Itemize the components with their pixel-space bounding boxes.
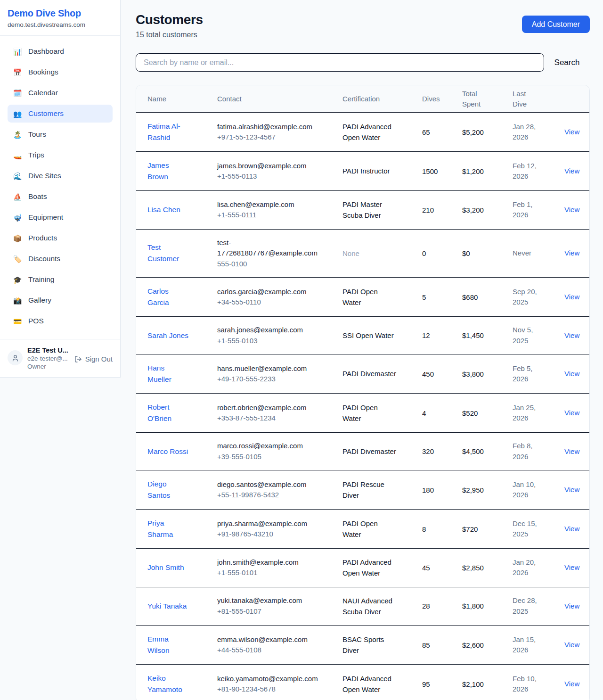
person-icon [11,354,19,362]
customer-certification-cell: BSAC Sports Diver [342,634,422,656]
customer-name-link[interactable]: Lisa Chen [147,204,180,215]
view-customer-link[interactable]: View [564,370,579,378]
customer-certification-cell: PADI Divemaster [342,368,422,379]
bar-chart-icon: 📊 [13,48,22,55]
search-bar: Search [136,53,590,72]
sidebar-nav-item[interactable]: 🌊 Dive Sites [8,167,113,185]
customer-actions-cell: View [564,486,579,494]
sidebar-nav-item[interactable]: 🤿 Equipment [8,208,113,226]
view-customer-link[interactable]: View [564,563,579,571]
customer-name-link[interactable]: Sarah Jones [147,330,188,341]
view-customer-link[interactable]: View [564,331,579,339]
column-header-contact: Contact [217,94,342,104]
customer-total-spent: $2,100 [462,680,513,688]
customer-last-dive-cell: Jan 28, 2026 [513,122,564,143]
sidebar-nav-item[interactable]: 🏝️ Tours [8,125,113,143]
customer-name-link[interactable]: Carlos Garcia [147,286,189,308]
customer-phone: +1-555-0101 [217,568,342,578]
customer-name-link[interactable]: Test Customer [147,242,189,264]
customer-certification: PADI Divemaster [342,446,396,457]
brand-name: Demo Dive Shop [8,8,113,19]
search-input[interactable] [136,53,544,72]
view-customer-link[interactable]: View [564,249,579,257]
customer-dives: 85 [422,641,462,649]
table-row: Lisa Chen lisa.chen@example.com +1-555-0… [136,190,589,229]
customer-name-link[interactable]: Yuki Tanaka [147,601,187,612]
sign-out-button[interactable]: Sign Out [74,355,113,363]
calendar-date-icon: 📅 [13,69,22,76]
sidebar-nav-item[interactable]: 🏷️ Discounts [8,250,113,268]
customer-certification: PADI Open Water [342,402,398,424]
view-customer-link[interactable]: View [564,447,579,455]
view-customer-link[interactable]: View [564,486,579,494]
customer-contact-cell: yuki.tanaka@example.com +81-555-0107 [217,595,342,617]
sidebar-nav-item[interactable]: 📊 Dashboard [8,42,113,60]
customer-name-link[interactable]: James Brown [147,160,189,182]
sidebar-nav-item[interactable]: 📅 Bookings [8,63,113,81]
customer-last-dive: Never [513,248,531,259]
customer-actions-cell: View [564,525,579,533]
customer-actions-cell: View [564,409,579,417]
customer-email: robert.obrien@example.com [217,403,318,413]
customer-contact-cell: carlos.garcia@example.com +34-555-0110 [217,287,342,308]
customer-contact-cell: emma.wilson@example.com +44-555-0108 [217,634,342,656]
sidebar-nav-item[interactable]: 🚤 Trips [8,146,113,164]
customer-certification-cell: PADI Advanced Open Water [342,673,422,695]
customer-contact-cell: marco.rossi@example.com +39-555-0105 [217,441,342,462]
customer-name-cell: Diego Santos [147,478,217,501]
table-row: James Brown james.brown@example.com +1-5… [136,151,589,190]
customer-name-link[interactable]: Robert O'Brien [147,402,189,424]
customer-last-dive-cell: Jan 15, 2026 [513,634,564,656]
customer-last-dive-cell: Feb 8, 2026 [513,441,564,462]
view-customer-link[interactable]: View [564,409,579,417]
customer-actions-cell: View [564,641,579,649]
customer-name-link[interactable]: Diego Santos [147,478,189,501]
view-customer-link[interactable]: View [564,602,579,610]
brand-domain: demo.test.divestreams.com [8,21,113,28]
diving-mask-icon: 🤿 [13,214,22,221]
customer-certification: PADI Open Water [342,518,398,540]
customer-last-dive: Jan 10, 2026 [513,479,545,501]
nav-item-label: Gallery [28,296,51,305]
customer-actions-cell: View [564,293,579,301]
customer-name-link[interactable]: Hans Mueller [147,362,189,385]
sidebar-nav-item[interactable]: 👥 Customers [8,105,113,123]
customer-name-link[interactable]: Priya Sharma [147,518,189,540]
view-customer-link[interactable]: View [564,167,579,175]
sidebar-nav-item[interactable]: 🗓️ Calendar [8,84,113,102]
customer-dives: 210 [422,206,462,214]
sidebar-nav-item[interactable]: 💳 POS [8,312,113,330]
nav-item-label: Dashboard [28,47,64,56]
customer-total-spent: $1,800 [462,602,513,610]
sidebar-nav-item[interactable]: 🎓 Training [8,271,113,288]
customer-name-link[interactable]: Fatima Al-Rashid [147,121,189,143]
customer-contact-cell: hans.mueller@example.com +49-170-555-223… [217,363,342,385]
customer-certification-cell: PADI Rescue Diver [342,479,422,501]
view-customer-link[interactable]: View [564,680,579,688]
nav-item-label: Calendar [28,89,58,97]
view-customer-link[interactable]: View [564,641,579,649]
customer-name-link[interactable]: Keiko Yamamoto [147,673,189,695]
view-customer-link[interactable]: View [564,293,579,301]
customer-certification-cell: PADI Open Water [342,518,422,540]
view-customer-link[interactable]: View [564,525,579,533]
customer-last-dive-cell: Jan 10, 2026 [513,479,564,501]
customer-name-link[interactable]: John Smith [147,562,184,573]
customer-name-link[interactable]: Emma Wilson [147,634,189,656]
customer-name-link[interactable]: Marco Rossi [147,446,188,457]
add-customer-button[interactable]: Add Customer [522,16,590,33]
view-customer-link[interactable]: View [564,206,579,214]
sidebar-nav-item[interactable]: 📸 Gallery [8,291,113,309]
view-customer-link[interactable]: View [564,128,579,136]
sidebar-nav-item[interactable]: 📦 Products [8,229,113,247]
column-header-dives: Dives [422,94,462,104]
sidebar-nav-item[interactable]: ⛵ Boats [8,188,113,206]
search-button[interactable]: Search [544,58,590,67]
customer-actions-cell: View [564,680,579,688]
camera-flash-icon: 📸 [13,297,22,304]
sign-out-icon [74,355,82,363]
nav-item-label: Equipment [28,213,63,222]
customer-last-dive: Sep 20, 2025 [513,287,545,308]
customer-last-dive: Dec 28, 2025 [513,595,545,617]
customer-actions-cell: View [564,249,579,257]
